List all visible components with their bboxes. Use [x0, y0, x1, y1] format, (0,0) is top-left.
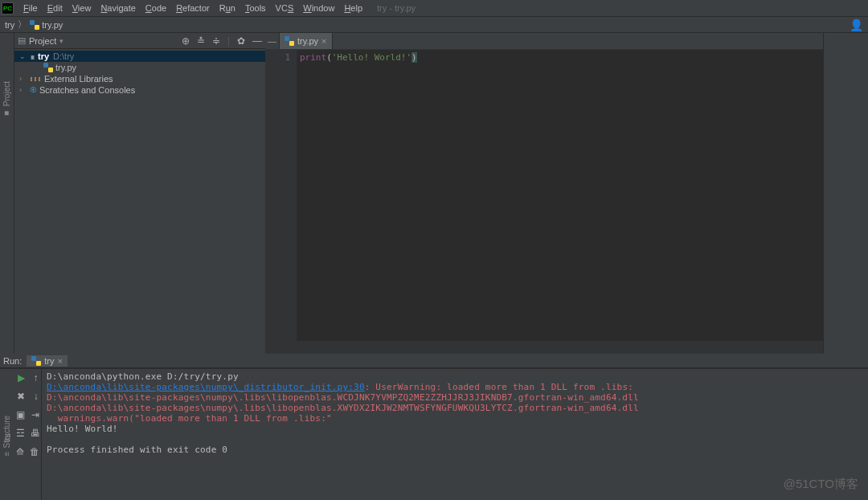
- view-icon: ▤: [18, 35, 26, 46]
- project-tree[interactable]: ⌄ ∎ try D:\try try.py › ⫾⫾⫾ External Lib…: [14, 49, 265, 354]
- tree-file[interactable]: try.py: [14, 62, 265, 73]
- menu-file[interactable]: File: [18, 2, 43, 14]
- close-tab-icon[interactable]: ×: [321, 36, 326, 46]
- locate-icon[interactable]: ⊕: [182, 35, 190, 47]
- down-icon[interactable]: ↓: [34, 391, 39, 402]
- library-icon: ⫾⫾⫾: [30, 75, 42, 83]
- scratch-icon: ⦿: [30, 86, 37, 94]
- layout-icon[interactable]: ☲: [16, 428, 25, 439]
- menu-bar: PC File Edit View Navigate Code Refactor…: [0, 0, 868, 17]
- menu-vcs[interactable]: VCS: [271, 2, 299, 14]
- menu-navigate[interactable]: Navigate: [96, 2, 140, 14]
- stop-icon[interactable]: ▣: [16, 409, 25, 420]
- hide-icon[interactable]: —: [252, 35, 262, 47]
- run-toolbar: ▶ ↑ ✖ ↓ ▣ ⇥ ☲ 🖶 ⟰ 🗑: [14, 369, 42, 500]
- code-content[interactable]: print('Hello! World!'): [297, 50, 823, 341]
- minimize-sidebar-button[interactable]: —: [265, 33, 280, 49]
- menu-tools[interactable]: Tools: [240, 2, 271, 14]
- window-title: try - try.py: [377, 3, 416, 13]
- run-tab[interactable]: try ×: [27, 355, 68, 367]
- breadcrumb-file-label: try.py: [42, 20, 63, 30]
- breadcrumb-root[interactable]: try: [5, 20, 14, 30]
- menu-run[interactable]: Run: [215, 2, 240, 14]
- avatar-icon[interactable]: 👤: [850, 18, 863, 31]
- collapse-icon[interactable]: ≑: [212, 35, 220, 47]
- breadcrumb-bar: try 〉 try.py 👤: [0, 17, 868, 33]
- menu-window[interactable]: Window: [298, 2, 339, 14]
- expand-icon[interactable]: ≛: [197, 35, 205, 47]
- warning-source-link[interactable]: D:\anconda\lib\site-packages\numpy\_dist…: [47, 382, 365, 392]
- debug-settings-icon[interactable]: ✖: [17, 391, 25, 402]
- menu-refactor[interactable]: Refactor: [171, 2, 215, 14]
- breadcrumb-sep: 〉: [18, 18, 27, 31]
- editor-area: — try.py × 1 print('Hello! World!'): [265, 33, 823, 354]
- rerun-icon[interactable]: ▶: [18, 372, 25, 383]
- menu-help[interactable]: Help: [339, 2, 367, 14]
- project-panel-header: ▤ Project ▾ ⊕ ≛ ≑ | ✿ —: [14, 33, 265, 49]
- python-file-icon: [285, 36, 294, 46]
- python-file-icon: [31, 356, 41, 366]
- tool-project-tab[interactable]: ■Project: [2, 81, 11, 118]
- tree-scratches[interactable]: › ⦿ Scratches and Consoles: [14, 84, 265, 96]
- menu-edit[interactable]: Edit: [43, 2, 68, 14]
- trash-icon[interactable]: 🗑: [30, 446, 39, 457]
- app-logo-icon: PC: [2, 2, 14, 14]
- run-label: Run:: [3, 356, 22, 366]
- menu-view[interactable]: View: [68, 2, 96, 14]
- left-tool-stripe: ■Project ≡Structure: [0, 33, 14, 354]
- soft-wrap-icon[interactable]: ⇥: [31, 409, 39, 420]
- settings-icon[interactable]: ✿: [237, 35, 245, 47]
- tree-ext-libs[interactable]: › ⫾⫾⫾ External Libraries: [14, 73, 265, 84]
- right-tool-stripe: [823, 33, 868, 354]
- project-panel-title[interactable]: ▤ Project ▾: [18, 35, 63, 46]
- tool-bookmarks-tab[interactable]: ks: [3, 433, 12, 441]
- tree-root[interactable]: ⌄ ∎ try D:\try: [14, 51, 265, 62]
- run-panel-header: Run: try ×: [0, 354, 868, 368]
- code-editor[interactable]: 1 print('Hello! World!'): [266, 50, 823, 341]
- menu-code[interactable]: Code: [141, 2, 171, 14]
- project-panel: ▤ Project ▾ ⊕ ≛ ≑ | ✿ — ⌄ ∎ try D:\try: [14, 33, 265, 354]
- python-file-icon: [43, 63, 53, 72]
- python-file-icon: [30, 20, 39, 30]
- editor-tab-label: try.py: [297, 36, 318, 46]
- up-icon[interactable]: ↑: [34, 372, 39, 383]
- editor-tab[interactable]: try.py ×: [280, 33, 333, 49]
- print-icon[interactable]: 🖶: [31, 428, 40, 439]
- breadcrumb-file[interactable]: try.py: [30, 20, 63, 30]
- console-output[interactable]: D:\anconda\python.exe D:/try/try.py D:\a…: [42, 369, 868, 500]
- line-gutter: 1: [266, 50, 297, 341]
- pin-icon[interactable]: ⟰: [16, 446, 24, 457]
- run-panel: ks ▶ ↑ ✖ ↓ ▣ ⇥ ☲ 🖶 ⟰ 🗑 D:\anconda\python…: [0, 368, 868, 500]
- folder-icon: ∎: [30, 51, 35, 62]
